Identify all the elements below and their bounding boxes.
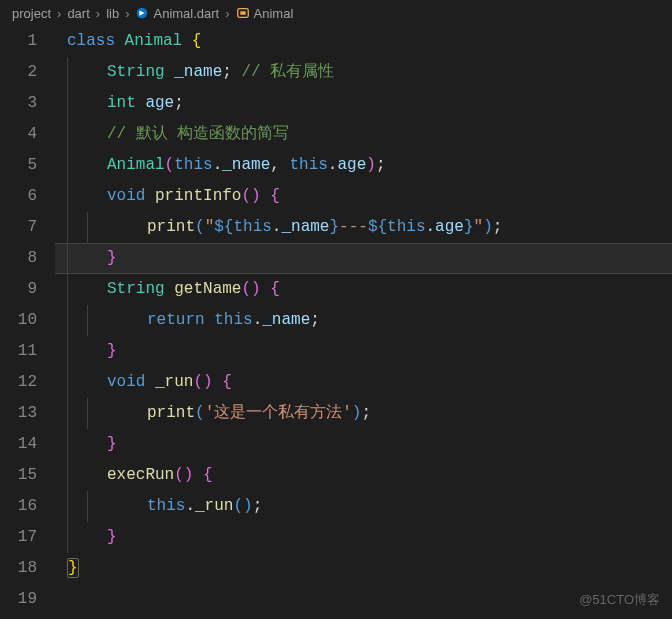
line-number: 12: [0, 367, 37, 398]
code-line[interactable]: String _name; // 私有属性: [55, 57, 672, 88]
indent-guide: [67, 367, 68, 398]
breadcrumb-item-lib[interactable]: lib: [106, 6, 119, 21]
indent-guide: [87, 212, 88, 243]
code-line[interactable]: }: [55, 336, 672, 367]
indent-spaces: [67, 460, 87, 491]
code-token: [261, 187, 271, 205]
code-token: ;: [174, 94, 184, 112]
code-line[interactable]: int age;: [55, 88, 672, 119]
code-token: (): [241, 280, 260, 298]
code-line-content: void _run() {: [107, 373, 232, 391]
line-number: 6: [0, 181, 37, 212]
indent-spaces: [67, 243, 87, 274]
line-number: 11: [0, 336, 37, 367]
breadcrumb-item-project[interactable]: project: [12, 6, 51, 21]
code-token: ${: [368, 218, 387, 236]
code-line-content: execRun() {: [107, 466, 213, 484]
code-line[interactable]: void _run() {: [55, 367, 672, 398]
code-token: _run: [195, 497, 233, 515]
code-line[interactable]: // 默认 构造函数的简写: [55, 119, 672, 150]
indent-guide: [67, 181, 68, 212]
code-line[interactable]: void printInfo() {: [55, 181, 672, 212]
line-number-gutter: 12345678910111213141516171819: [0, 26, 55, 615]
breadcrumb-label: Animal.dart: [153, 6, 219, 21]
code-token: this: [289, 156, 327, 174]
code-line[interactable]: this._run();: [55, 491, 672, 522]
code-token: void: [107, 373, 155, 391]
indent-spaces: [67, 274, 87, 305]
indent-spaces: [67, 522, 87, 553]
line-number: 13: [0, 398, 37, 429]
code-token: print: [147, 218, 195, 236]
code-line[interactable]: class Animal {: [55, 26, 672, 57]
indent-spaces: [67, 150, 87, 181]
code-token: ;: [222, 63, 241, 81]
code-token: }: [67, 558, 79, 578]
code-line[interactable]: execRun() {: [55, 460, 672, 491]
code-token: this: [387, 218, 425, 236]
line-number: 15: [0, 460, 37, 491]
indent-guide: [67, 522, 68, 553]
code-line[interactable]: Animal(this._name, this.age);: [55, 150, 672, 181]
code-token: ${: [214, 218, 233, 236]
line-number: 14: [0, 429, 37, 460]
code-token: printInfo: [155, 187, 241, 205]
code-editor[interactable]: 12345678910111213141516171819 class Anim…: [0, 26, 672, 615]
code-token: [193, 466, 203, 484]
code-line-content: void printInfo() {: [107, 187, 280, 205]
code-token: _name: [222, 156, 270, 174]
code-token: void: [107, 187, 155, 205]
code-token: (: [195, 218, 205, 236]
code-token: .: [185, 497, 195, 515]
code-line[interactable]: }: [55, 429, 672, 460]
breadcrumb-label: Animal: [254, 6, 294, 21]
breadcrumb: project › dart › lib › Animal.dart › Ani…: [0, 0, 672, 26]
code-area[interactable]: class Animal { String _name; // 私有属性 int…: [55, 26, 672, 615]
code-line-content: // 默认 构造函数的简写: [107, 125, 289, 143]
code-token: }: [329, 218, 339, 236]
code-line-content: print('这是一个私有方法');: [147, 404, 371, 422]
code-line[interactable]: print("${this._name}---${this.age}");: [55, 212, 672, 243]
indent-guide: [67, 212, 68, 243]
breadcrumb-separator: ›: [96, 6, 100, 21]
breadcrumb-label: dart: [67, 6, 89, 21]
indent-spaces: [67, 336, 87, 367]
code-token: .: [272, 218, 282, 236]
svg-rect-2: [240, 11, 245, 15]
code-line-content: this._run();: [147, 497, 262, 515]
code-token: print: [147, 404, 195, 422]
code-line[interactable]: print('这是一个私有方法');: [55, 398, 672, 429]
code-line-content: print("${this._name}---${this.age}");: [147, 218, 502, 236]
indent-guide: [67, 336, 68, 367]
indent-spaces: [67, 429, 87, 460]
code-line-content: Animal(this._name, this.age);: [107, 156, 386, 174]
code-line[interactable]: }: [55, 553, 672, 584]
indent-guide: [67, 460, 68, 491]
code-line[interactable]: }: [55, 522, 672, 553]
indent-guide: [67, 274, 68, 305]
code-line-content: String getName() {: [107, 280, 280, 298]
code-line[interactable]: return this._name;: [55, 305, 672, 336]
breadcrumb-item-dart[interactable]: dart: [67, 6, 89, 21]
code-token: (): [193, 373, 212, 391]
breadcrumb-separator: ›: [125, 6, 129, 21]
code-token: this: [174, 156, 212, 174]
code-token: ---: [339, 218, 368, 236]
breadcrumb-item-class[interactable]: Animal: [236, 6, 294, 21]
code-line-content: }: [107, 249, 117, 267]
indent-guide: [87, 305, 88, 336]
breadcrumb-item-file[interactable]: Animal.dart: [135, 6, 219, 21]
code-line[interactable]: String getName() {: [55, 274, 672, 305]
code-token: (): [174, 466, 193, 484]
line-number: 7: [0, 212, 37, 243]
line-number: 8: [0, 243, 37, 274]
code-token: {: [270, 187, 280, 205]
code-token: // 私有属性: [241, 63, 334, 81]
indent-spaces: [67, 57, 87, 88]
code-token: (): [241, 187, 260, 205]
code-token: this: [214, 311, 252, 329]
code-line[interactable]: }: [55, 243, 672, 274]
code-token: _name: [281, 218, 329, 236]
code-token: ;: [361, 404, 371, 422]
code-token: ): [366, 156, 376, 174]
